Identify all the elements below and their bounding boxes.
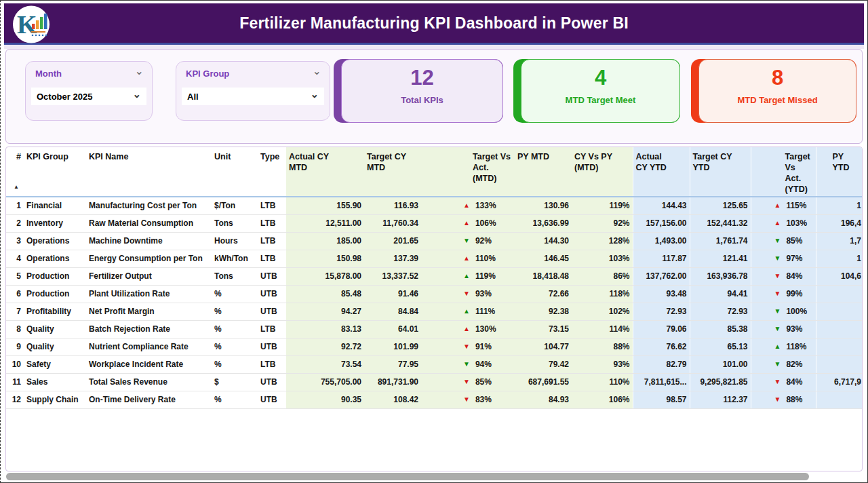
cell-unit: Tons bbox=[212, 268, 258, 286]
cell-py-ytd: 1 bbox=[816, 250, 863, 268]
trend-down-icon: ▼ bbox=[774, 356, 781, 373]
cell-target-vs-act-mtd: ▲110% bbox=[421, 250, 515, 268]
cell-unit: % bbox=[212, 339, 258, 356]
col-header-actual-cy-ytd[interactable]: Actual CY YTD bbox=[633, 147, 690, 197]
cell-target-cy-mtd: 108.42 bbox=[364, 391, 421, 409]
cell-py-mtd: 104.77 bbox=[515, 339, 572, 356]
cell-target-cy-mtd: 116.93 bbox=[364, 197, 421, 215]
col-header-type[interactable]: Type bbox=[258, 147, 286, 197]
cell-actual-cy-mtd: 755,705.00 bbox=[286, 374, 364, 391]
cell-target-vs-act-mtd: ▲133% bbox=[421, 197, 515, 215]
cell-target-vs-act-ytd: ▼93% bbox=[751, 321, 816, 339]
trend-down-icon: ▼ bbox=[774, 233, 781, 250]
col-header-target-vs-act-mtd[interactable]: Target Vs Act. (MTD) bbox=[421, 147, 515, 197]
kpi-group-select[interactable]: All ⌄ bbox=[182, 88, 324, 105]
table-row: 12 Supply Chain On-Time Delivery Rate % … bbox=[6, 391, 863, 409]
cell-target-cy-ytd: 152,441.32 bbox=[690, 215, 751, 233]
col-header-target-cy-ytd[interactable]: Target CY YTD bbox=[690, 147, 751, 197]
cell-type: LTB bbox=[258, 215, 286, 233]
cell-actual-cy-ytd: 157,156.00 bbox=[633, 215, 690, 233]
cell-actual-cy-mtd: 90.35 bbox=[286, 391, 364, 409]
trend-down-icon: ▼ bbox=[774, 303, 781, 320]
cell-target-cy-ytd: 85.38 bbox=[690, 321, 751, 339]
mtd-target-meet-card: 4 MTD Target Meet bbox=[513, 59, 680, 123]
trend-down-icon: ▼ bbox=[774, 374, 781, 391]
col-header-target-vs-act-ytd[interactable]: Target Vs Act. (YTD) bbox=[751, 147, 816, 197]
table-row: 11 Sales Total Sales Revenue $ UTB 755,7… bbox=[6, 374, 863, 391]
cell-target-cy-ytd: 72.93 bbox=[690, 303, 751, 321]
cell-row-number: 7 bbox=[6, 303, 24, 321]
trend-down-icon: ▼ bbox=[463, 356, 470, 373]
cell-py-mtd: 146.45 bbox=[515, 250, 572, 268]
cell-actual-cy-ytd: 72.93 bbox=[633, 303, 690, 321]
cell-py-ytd bbox=[816, 321, 863, 339]
horizontal-scrollbar[interactable] bbox=[6, 473, 809, 480]
cell-target-vs-act-mtd: ▲119% bbox=[421, 268, 515, 286]
cell-kpi-name: Total Sales Revenue bbox=[86, 374, 212, 391]
chevron-down-icon[interactable]: ⌄ bbox=[135, 64, 144, 77]
cell-target-cy-ytd: 101.00 bbox=[690, 356, 751, 374]
trend-up-icon: ▲ bbox=[463, 250, 470, 267]
cell-unit: Tons bbox=[212, 215, 258, 233]
cell-type: LTB bbox=[258, 250, 286, 268]
cell-actual-cy-ytd: 117.87 bbox=[633, 250, 690, 268]
col-header-row-number[interactable]: #▲ bbox=[6, 147, 24, 197]
cell-type: UTB bbox=[258, 374, 286, 391]
cell-target-vs-act-ytd: ▲115% bbox=[751, 197, 816, 215]
table-row: 5 Production Fertilizer Output Tons UTB … bbox=[6, 268, 863, 286]
cell-actual-cy-mtd: 185.00 bbox=[286, 233, 364, 250]
chevron-down-icon: ⌄ bbox=[310, 88, 319, 100]
cell-py-ytd: 1,7 bbox=[816, 233, 863, 250]
col-header-kpi-group[interactable]: KPI Group bbox=[24, 147, 86, 197]
cell-actual-cy-ytd: 144.43 bbox=[633, 197, 690, 215]
col-header-cy-vs-py-mtd[interactable]: CY Vs PY (MTD) bbox=[572, 147, 633, 197]
trend-up-icon: ▲ bbox=[463, 215, 470, 232]
cell-row-number: 8 bbox=[6, 321, 24, 339]
kpi-table: #▲ KPI Group KPI Name Unit Type Actual C… bbox=[6, 147, 863, 409]
cell-target-cy-mtd: 891,731.90 bbox=[364, 374, 421, 391]
trend-down-icon: ▼ bbox=[463, 286, 470, 303]
month-select[interactable]: October 2025 ⌄ bbox=[31, 88, 146, 105]
mtd-target-missed-value: 8 bbox=[699, 67, 856, 89]
cell-actual-cy-mtd: 15,878.00 bbox=[286, 268, 364, 286]
cell-target-vs-act-mtd: ▼85% bbox=[421, 374, 515, 391]
cell-unit: % bbox=[212, 321, 258, 339]
cell-actual-cy-mtd: 83.13 bbox=[286, 321, 364, 339]
cell-target-cy-ytd: 9,295,821.85 bbox=[690, 374, 751, 391]
cell-cy-vs-py-mtd: 86% bbox=[572, 268, 633, 286]
cell-actual-cy-mtd: 94.27 bbox=[286, 303, 364, 321]
cell-target-cy-ytd: 65.13 bbox=[690, 339, 751, 356]
mtd-target-meet-value: 4 bbox=[521, 67, 679, 89]
kpi-table-body: 1 Financial Manufacturing Cost per Ton $… bbox=[6, 197, 863, 409]
col-header-unit[interactable]: Unit bbox=[212, 147, 258, 197]
total-kpis-label: Total KPIs bbox=[342, 95, 502, 105]
table-row: 1 Financial Manufacturing Cost per Ton $… bbox=[6, 197, 863, 215]
cell-kpi-name: On-Time Delivery Rate bbox=[86, 391, 212, 409]
cell-target-cy-ytd: 163,936.78 bbox=[690, 268, 751, 286]
table-header-row: #▲ KPI Group KPI Name Unit Type Actual C… bbox=[6, 147, 863, 197]
cell-target-cy-mtd: 11,760.34 bbox=[364, 215, 421, 233]
cell-kpi-group: Quality bbox=[24, 321, 86, 339]
col-header-kpi-name[interactable]: KPI Name bbox=[86, 147, 212, 197]
cell-target-vs-act-ytd: ▲103% bbox=[751, 215, 816, 233]
chevron-down-icon[interactable]: ⌄ bbox=[313, 64, 321, 77]
trend-down-icon: ▼ bbox=[774, 321, 781, 338]
cell-target-vs-act-ytd: ▲118% bbox=[751, 339, 816, 356]
col-header-py-mtd[interactable]: PY MTD bbox=[515, 147, 572, 197]
mtd-target-missed-card: 8 MTD Target Missed bbox=[691, 59, 856, 123]
cell-actual-cy-ytd: 98.57 bbox=[633, 391, 690, 409]
cell-kpi-group: Operations bbox=[24, 233, 86, 250]
col-header-target-cy-mtd[interactable]: Target CY MTD bbox=[364, 147, 421, 197]
cell-py-mtd: 79.42 bbox=[515, 356, 572, 374]
cell-py-ytd: 1 bbox=[816, 197, 863, 215]
table-row: 7 Profitability Net Profit Margin % UTB … bbox=[6, 303, 863, 321]
cell-row-number: 9 bbox=[6, 339, 24, 356]
table-row: 2 Inventory Raw Material Consumption Ton… bbox=[6, 215, 863, 233]
col-header-py-ytd[interactable]: PY YTD bbox=[816, 147, 863, 197]
col-header-actual-cy-mtd[interactable]: Actual CY MTD bbox=[286, 147, 364, 197]
cell-unit: % bbox=[212, 391, 258, 409]
cell-row-number: 3 bbox=[6, 233, 24, 250]
cell-target-vs-act-mtd: ▲106% bbox=[421, 215, 515, 233]
cell-target-vs-act-ytd: ▼100% bbox=[751, 303, 816, 321]
mtd-target-meet-label: MTD Target Meet bbox=[521, 95, 679, 105]
